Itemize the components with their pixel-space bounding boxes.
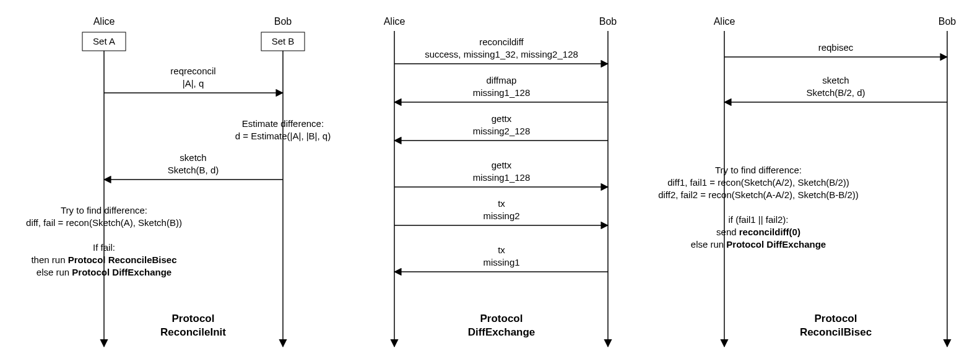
msg-reqreconcil-name: reqreconcil: [170, 66, 215, 76]
diagram-reconcil-bisec: Alice Bob reqbisec sketch Sketch(B/2, d)…: [658, 16, 956, 347]
p3-note-l5: send reconcildiff(0): [716, 227, 800, 237]
note-estimate-l2: d = Estimate(|A|, |B|, q): [235, 131, 331, 141]
set-a-label: Set A: [93, 36, 115, 46]
m6-params: missing1: [483, 257, 519, 267]
proto2-title-l2: DiffExchange: [468, 326, 536, 338]
m1-params: success, missing1_32, missing2_128: [425, 49, 578, 59]
actor-alice: Alice: [93, 16, 115, 27]
actor-bob-3: Bob: [939, 16, 956, 27]
p3-note-l4: if (fail1 || fail2):: [729, 214, 789, 225]
p3-note-l1: Try to find difference:: [715, 165, 802, 175]
actor-bob-2: Bob: [599, 16, 617, 27]
m4-params: missing1_128: [473, 172, 531, 183]
m4-name: gettx: [492, 160, 512, 170]
m1-name: reconcildiff: [479, 37, 524, 47]
proto3-title-l1: Protocol: [815, 313, 857, 324]
diagram-reconcile-init: Alice Bob Set A Set B reqreconcil |A|, q…: [26, 16, 331, 347]
proto2-title-l1: Protocol: [480, 313, 523, 324]
m3-params: missing2_128: [473, 126, 531, 136]
actor-bob: Bob: [274, 16, 292, 27]
m5-name: tx: [498, 198, 505, 209]
p3-m2-name: sketch: [822, 75, 849, 85]
proto-title-l1: Protocol: [172, 313, 215, 324]
p3-note-l3: diff2, fail2 = recon(Sketch(A-A/2), Sket…: [658, 189, 859, 200]
note-try-l4: then run Protocol ReconcileBisec: [31, 254, 176, 265]
m2-params: missing1_128: [473, 87, 531, 98]
m6-name: tx: [498, 245, 505, 255]
m5-params: missing2: [483, 211, 519, 221]
p3-note-l6: else run Protocol DiffExchange: [691, 239, 826, 250]
note-try-l5: else run Protocol DiffExchange: [37, 267, 171, 277]
msg-reqreconcil-params: |A|, q: [183, 78, 204, 89]
m3-name: gettx: [492, 113, 512, 124]
actor-alice-3: Alice: [714, 16, 735, 27]
msg-sketch-params: Sketch(B, d): [168, 165, 219, 175]
actor-alice-2: Alice: [384, 16, 405, 27]
note-estimate-l1: Estimate difference:: [242, 118, 324, 129]
p3-m2-params: Sketch(B/2, d): [806, 87, 865, 98]
note-try-l3: If fail:: [93, 242, 115, 253]
proto3-title-l2: ReconcilBisec: [800, 326, 872, 338]
diagram-diff-exchange: Alice Bob reconcildiff success, missing1…: [384, 16, 617, 347]
set-b-label: Set B: [272, 36, 295, 46]
note-try-l2: diff, fail = recon(Sketch(A), Sketch(B)): [26, 217, 182, 228]
p3-note-l2: diff1, fail1 = recon(Sketch(A/2), Sketch…: [667, 177, 849, 188]
msg-sketch-name: sketch: [180, 152, 206, 163]
p3-m1-name: reqbisec: [818, 42, 854, 53]
note-try-l1: Try to find difference:: [61, 205, 147, 215]
m2-name: diffmap: [487, 75, 517, 85]
proto-title-l2: ReconcileInit: [160, 326, 226, 338]
